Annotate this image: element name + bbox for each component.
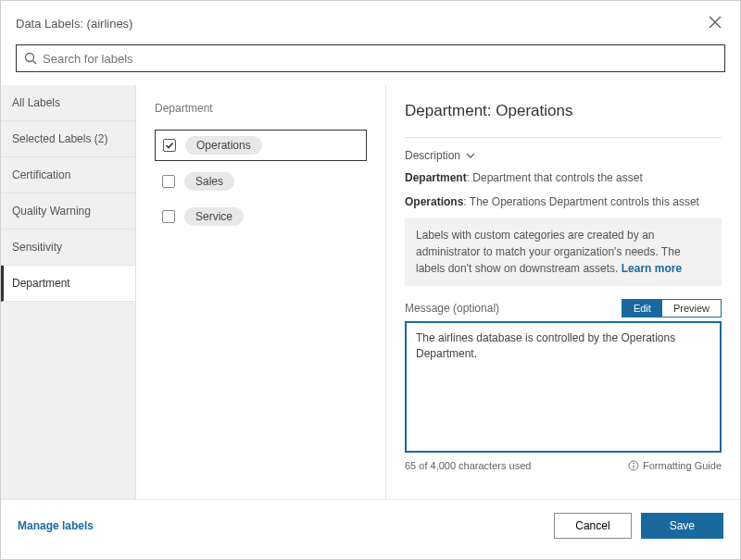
button-group: Cancel Save [554, 513, 723, 539]
info-icon [628, 460, 639, 471]
sidebar-item-label: Certification [12, 168, 70, 181]
edit-tab[interactable]: Edit [622, 300, 662, 317]
svg-point-0 [26, 54, 34, 62]
preview-tab[interactable]: Preview [662, 300, 721, 317]
checkbox-service[interactable] [162, 210, 175, 223]
sidebar-item-quality-warning[interactable]: Quality Warning [1, 193, 135, 230]
check-icon [165, 141, 174, 150]
sidebar-item-label: Selected Labels (2) [12, 132, 107, 145]
search-input[interactable] [43, 52, 717, 66]
checkbox-operations[interactable] [163, 139, 176, 152]
description-toggle[interactable]: Description [405, 149, 722, 162]
chevron-down-icon [466, 151, 475, 160]
dialog-title: Data Labels: (airlines) [16, 17, 132, 31]
label-row-sales[interactable]: Sales [155, 167, 367, 196]
info-banner: Labels with custom categories are create… [405, 218, 722, 286]
detail-title: Department: Operations [405, 102, 722, 120]
description-toggle-label: Description [405, 149, 460, 162]
edit-preview-toggle: Edit Preview [622, 299, 722, 317]
manage-labels-link[interactable]: Manage labels [18, 519, 94, 532]
learn-more-link[interactable]: Learn more [622, 262, 682, 275]
divider [405, 137, 722, 138]
dialog-footer: Manage labels Cancel Save [1, 499, 740, 552]
sidebar-item-label: Quality Warning [12, 205, 91, 218]
label-pill: Service [184, 207, 244, 226]
sidebar-item-label: All Labels [12, 96, 60, 109]
label-row-operations[interactable]: Operations [155, 130, 367, 161]
sidebar-item-selected-labels[interactable]: Selected Labels (2) [1, 121, 135, 157]
checkbox-sales[interactable] [162, 175, 175, 188]
svg-point-4 [633, 463, 634, 465]
sidebar-item-certification[interactable]: Certification [1, 157, 135, 193]
message-header: Message (optional) Edit Preview [405, 299, 722, 317]
cancel-button[interactable]: Cancel [554, 513, 631, 539]
label-pill: Operations [185, 136, 262, 155]
message-footer: 65 of 4,000 characters used Formatting G… [405, 460, 722, 471]
save-button[interactable]: Save [641, 513, 723, 539]
formatting-guide-label: Formatting Guide [643, 460, 722, 471]
svg-line-1 [33, 61, 37, 65]
sidebar: All Labels Selected Labels (2) Certifica… [1, 85, 136, 499]
search-box[interactable] [16, 44, 725, 72]
detail-column: Department: Operations Description Depar… [386, 85, 740, 499]
char-count: 65 of 4,000 characters used [405, 460, 531, 471]
label-row-service[interactable]: Service [155, 202, 367, 231]
message-label: Message (optional) [405, 302, 499, 315]
labels-heading: Department [155, 102, 367, 115]
search-container [1, 44, 740, 85]
dialog-header: Data Labels: (airlines) [1, 1, 740, 44]
description-operations: Operations: The Operations Department co… [405, 193, 722, 210]
labels-column: Department Operations Sales Service [136, 85, 386, 499]
formatting-guide-link[interactable]: Formatting Guide [628, 460, 722, 471]
sidebar-item-department[interactable]: Department [1, 266, 135, 302]
label-pill: Sales [184, 172, 234, 191]
sidebar-item-label: Sensitivity [12, 241, 62, 254]
sidebar-item-all-labels[interactable]: All Labels [1, 85, 135, 121]
close-icon[interactable] [705, 12, 725, 35]
sidebar-item-sensitivity[interactable]: Sensitivity [1, 230, 135, 266]
content-area: All Labels Selected Labels (2) Certifica… [1, 85, 740, 499]
sidebar-item-label: Department [12, 277, 70, 290]
search-icon [24, 52, 37, 65]
message-textarea[interactable] [405, 321, 722, 453]
description-department: Department: Department that controls the… [405, 169, 722, 186]
